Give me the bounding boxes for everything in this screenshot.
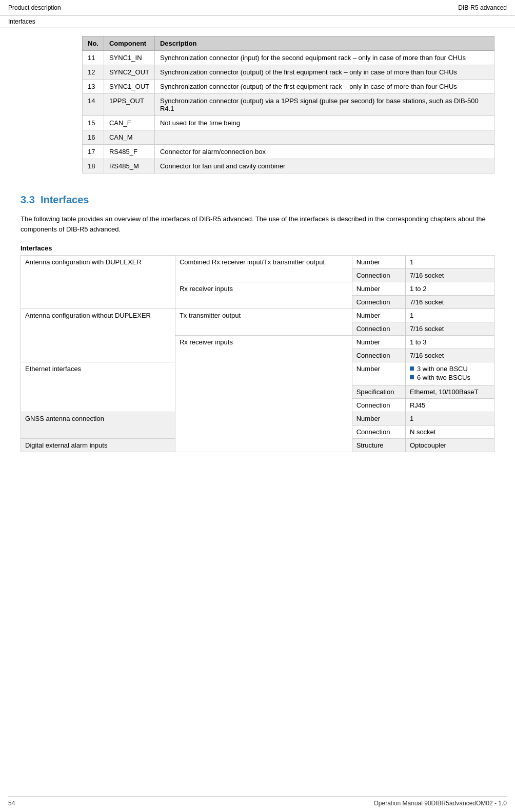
cell-attr: Number	[352, 412, 405, 426]
table-row: 16CAN_M	[83, 130, 494, 145]
table-row: 12SYNC2_OUTSynchronization connector (ou…	[83, 65, 494, 80]
cell-value: 7/16 socket	[405, 322, 494, 336]
cell-attr: Connection	[352, 349, 405, 362]
table-header-row: No. Component Description	[83, 36, 494, 51]
cell-value: 1 to 3	[405, 336, 494, 349]
cell-attr: Number	[352, 336, 405, 349]
section-heading: 3.3 Interfaces	[21, 194, 494, 206]
upper-table: No. Component Description 11SYNC1_INSync…	[82, 36, 494, 173]
page-footer: 54 Operation Manual 90DIBR5advancedOM02 …	[8, 796, 507, 807]
cell-no: 17	[83, 145, 104, 159]
list-item: Antenna configuration with DUPLEXERCombi…	[21, 256, 494, 269]
bullet-icon	[410, 366, 414, 371]
cell-value: 3 with one BSCU6 with two BSCUs	[405, 362, 494, 385]
section-description: The following table provides an overview…	[21, 214, 494, 234]
cell-component: RS485_M	[104, 159, 154, 173]
table-row: 11SYNC1_INSynchronization connector (inp…	[83, 51, 494, 65]
cell-no: 15	[83, 116, 104, 130]
cell-component: SYNC1_IN	[104, 51, 154, 65]
cell-subcategory: Rx receiver inputs	[175, 336, 352, 452]
col-component: Component	[104, 36, 154, 51]
bullet-item: 3 with one BSCU	[410, 365, 490, 373]
cell-value: Ethernet, 10/100BaseT	[405, 385, 494, 399]
cell-value: 1 to 2	[405, 282, 494, 296]
cell-value: 1	[405, 309, 494, 322]
table-row: 15CAN_FNot used for the time being	[83, 116, 494, 130]
cell-subcategory: Rx receiver inputs	[175, 282, 352, 309]
cell-description: Connector for fan unit and cavity combin…	[154, 159, 494, 173]
cell-no: 14	[83, 94, 104, 116]
cell-attr: Number	[352, 309, 405, 322]
cell-attr: Structure	[352, 439, 405, 452]
col-no: No.	[83, 36, 104, 51]
cell-category: Ethernet interfaces	[21, 362, 175, 412]
cell-value: 7/16 socket	[405, 349, 494, 362]
header-right: DIB-R5 advanced	[458, 4, 507, 11]
cell-attr: Specification	[352, 385, 405, 399]
cell-component: RS485_F	[104, 145, 154, 159]
cell-description	[154, 130, 494, 145]
cell-description: Synchronization connector (output) via a…	[154, 94, 494, 116]
footer-page-number: 54	[8, 800, 15, 807]
cell-value: 1	[405, 256, 494, 269]
cell-value: 7/16 socket	[405, 269, 494, 282]
cell-attr: Connection	[352, 269, 405, 282]
cell-no: 18	[83, 159, 104, 173]
cell-description: Connector for alarm/connection box	[154, 145, 494, 159]
cell-component: SYNC1_OUT	[104, 80, 154, 94]
table-row: 141PPS_OUTSynchronization connector (out…	[83, 94, 494, 116]
cell-no: 11	[83, 51, 104, 65]
cell-attr: Connection	[352, 399, 405, 412]
cell-value: RJ45	[405, 399, 494, 412]
cell-value: 7/16 socket	[405, 296, 494, 309]
interfaces-label: Interfaces	[21, 244, 494, 252]
section-title: Interfaces	[41, 194, 89, 205]
cell-component: 1PPS_OUT	[104, 94, 154, 116]
cell-description: Synchronization connector (output) of th…	[154, 65, 494, 80]
page-header: Product description DIB-R5 advanced	[0, 0, 515, 16]
bullet-text: 6 with two BSCUs	[417, 374, 470, 381]
cell-no: 12	[83, 65, 104, 80]
cell-description: Synchronization connector (output) of th…	[154, 80, 494, 94]
cell-subcategory: Combined Rx receiver input/Tx transmitte…	[175, 256, 352, 282]
section-number: 3.3	[21, 194, 35, 205]
bullet-item: 6 with two BSCUs	[410, 374, 490, 381]
col-description: Description	[154, 36, 494, 51]
cell-attr: Number	[352, 256, 405, 269]
cell-category: Digital external alarm inputs	[21, 439, 175, 452]
cell-no: 16	[83, 130, 104, 145]
cell-attr: Connection	[352, 426, 405, 439]
cell-attr: Number	[352, 362, 405, 385]
cell-subcategory: Tx transmitter output	[175, 309, 352, 336]
cell-attr: Connection	[352, 296, 405, 309]
cell-value: 1	[405, 412, 494, 426]
cell-value: N socket	[405, 426, 494, 439]
table-row: 13SYNC1_OUTSynchronization connector (ou…	[83, 80, 494, 94]
cell-attr: Connection	[352, 322, 405, 336]
cell-category: Antenna configuration with DUPLEXER	[21, 256, 175, 309]
cell-component: SYNC2_OUT	[104, 65, 154, 80]
cell-description: Synchronization connector (input) for th…	[154, 51, 494, 65]
cell-category: GNSS antenna connection	[21, 412, 175, 439]
interfaces-table: Antenna configuration with DUPLEXERCombi…	[21, 255, 494, 452]
cell-component: CAN_M	[104, 130, 154, 145]
list-item: Antenna configuration without DUPLEXERTx…	[21, 309, 494, 322]
breadcrumb: Interfaces	[0, 16, 515, 28]
footer-manual-info: Operation Manual 90DIBR5advancedOM02 - 1…	[374, 800, 507, 807]
cell-value: Optocoupler	[405, 439, 494, 452]
cell-description: Not used for the time being	[154, 116, 494, 130]
cell-no: 13	[83, 80, 104, 94]
bullet-text: 3 with one BSCU	[417, 365, 468, 373]
cell-category: Antenna configuration without DUPLEXER	[21, 309, 175, 362]
table-row: 18RS485_MConnector for fan unit and cavi…	[83, 159, 494, 173]
cell-attr: Number	[352, 282, 405, 296]
page-content: No. Component Description 11SYNC1_INSync…	[0, 28, 515, 483]
header-left: Product description	[8, 4, 61, 11]
table-row: 17RS485_FConnector for alarm/connection …	[83, 145, 494, 159]
cell-component: CAN_F	[104, 116, 154, 130]
bullet-icon	[410, 375, 414, 379]
